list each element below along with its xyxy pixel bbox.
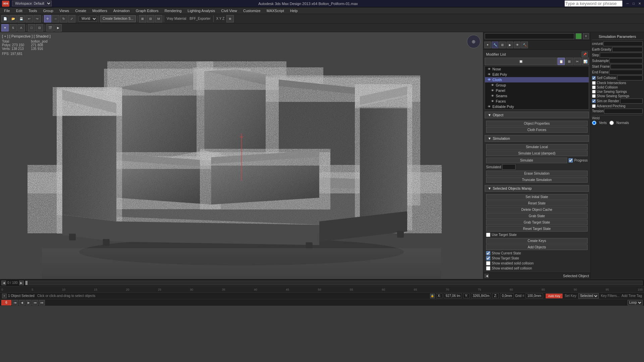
tension-input[interactable]: 1,0 — [604, 109, 643, 114]
viewport-navigate-icon[interactable]: ⊕ — [467, 35, 480, 48]
modifier-list-icon3[interactable]: ⊞ — [566, 58, 573, 65]
delete-object-cache-button[interactable]: Delete Object Cache — [486, 207, 588, 213]
modifier-pin-btn[interactable]: 📌 — [582, 52, 588, 57]
modifier-eye-group[interactable]: 👁 — [490, 83, 494, 87]
grab-target-state-button[interactable]: Grab Target State — [486, 220, 588, 225]
modifier-eye-panel[interactable]: 👁 — [490, 88, 494, 93]
sim-on-render-input[interactable]: 1 — [620, 99, 643, 104]
modifier-eye-cloth[interactable]: 👁 — [487, 78, 491, 82]
simulated-value-input[interactable]: 1 — [502, 164, 516, 170]
modifier-eye-nose[interactable]: 👁 — [487, 67, 491, 71]
use-sewing-springs-checkbox[interactable] — [592, 90, 596, 94]
modifier-eye-faces[interactable]: 👁 — [490, 99, 494, 103]
display-panel-btn[interactable]: 👁 — [514, 42, 521, 48]
open-btn[interactable]: 📂 — [9, 15, 17, 22]
sofa-3d-view[interactable] — [0, 32, 483, 279]
weld-normals-radio[interactable] — [609, 121, 614, 125]
simulate-local-button[interactable]: Simulate Local — [486, 144, 588, 150]
search-input[interactable] — [565, 0, 623, 7]
sub-object-btn[interactable]: ▼ — [1, 24, 9, 32]
add-objects-button[interactable]: Add Objects — [486, 244, 588, 250]
reset-state-button[interactable]: Reset State — [486, 200, 588, 206]
sim-on-render-checkbox[interactable] — [592, 99, 596, 103]
show-target-state-checkbox[interactable] — [486, 256, 490, 260]
selected-dropdown[interactable]: Selected — [578, 293, 599, 299]
self-collision-input[interactable]: 1 — [617, 75, 643, 80]
modifier-eye-seams[interactable]: 👁 — [490, 94, 494, 98]
solid-collision-checkbox[interactable] — [592, 85, 596, 89]
redo-btn[interactable]: ↪ — [34, 15, 41, 22]
snap-btn[interactable]: S — [9, 24, 17, 32]
show-current-state-checkbox[interactable] — [486, 251, 490, 255]
modifier-item-editable-poly[interactable]: 👁 Editable Poly — [485, 104, 589, 109]
bc-mode-dropdown[interactable]: Loop — [628, 300, 643, 305]
modifier-item-nose[interactable]: 👁 Nose — [485, 66, 589, 72]
align-btn[interactable]: ⊟ — [147, 15, 154, 22]
play-back-btn[interactable]: ◀ — [19, 300, 25, 305]
timeline-prev-btn[interactable]: ◀ — [1, 281, 6, 285]
menu-lighting[interactable]: Lighting Analysis — [185, 8, 218, 13]
menu-views[interactable]: Views — [57, 8, 72, 13]
subsample-input[interactable]: 1 — [609, 58, 643, 63]
modify-panel-btn[interactable]: 🔧 — [492, 42, 498, 48]
weld-verts-radio[interactable] — [592, 121, 596, 125]
cloth-forces-button[interactable]: Cloth Forces — [486, 127, 588, 133]
modifier-list-icon5[interactable]: 📊 — [582, 58, 589, 65]
erase-simulation-button[interactable]: Erase Simulation — [486, 171, 588, 176]
save-btn[interactable]: 💾 — [17, 15, 25, 22]
material-btn[interactable]: M — [155, 15, 162, 22]
menu-edit[interactable]: Edit — [13, 8, 25, 13]
play-next-btn[interactable]: ⏭ — [32, 300, 38, 305]
menu-maxscript[interactable]: MAXScript — [264, 8, 287, 13]
modifier-item-panel[interactable]: 👁 Panel — [485, 88, 589, 93]
timeline-track[interactable] — [25, 281, 643, 285]
maximize-button[interactable]: □ — [631, 1, 636, 6]
mirror-btn[interactable]: ⊞ — [139, 15, 146, 22]
rotate-btn[interactable]: ↻ — [60, 15, 67, 22]
utilities-panel-btn[interactable]: 🔨 — [521, 42, 528, 48]
modifier-list-icon4[interactable]: ✂ — [574, 58, 581, 65]
check-intersections-checkbox[interactable] — [592, 81, 596, 85]
menu-modifiers[interactable]: Modifiers — [90, 8, 110, 13]
modifier-item-group[interactable]: 👁 Group — [485, 82, 589, 88]
minimize-button[interactable]: ─ — [625, 1, 630, 6]
cm-unit-input[interactable]: 0,1 — [603, 41, 643, 46]
move-btn[interactable]: ↔ — [52, 15, 59, 22]
simulation-rollout-header[interactable]: ▼ Simulation — [485, 135, 589, 142]
play-btn[interactable]: ▶ — [25, 300, 32, 305]
play-prev-btn[interactable]: ⏮ — [12, 300, 18, 305]
use-target-state-checkbox[interactable] — [486, 233, 490, 237]
render-btn[interactable]: 🎬 — [46, 24, 54, 32]
hierarchy-panel-btn[interactable]: ⊞ — [499, 42, 506, 48]
menu-animation[interactable]: Animation — [111, 8, 132, 13]
menu-rendering[interactable]: Rendering — [162, 8, 184, 13]
create-panel-btn[interactable]: ✦ — [484, 42, 491, 48]
selected-objects-rollout-header[interactable]: ▼ Selected Objects Manip — [485, 185, 589, 192]
object-properties-button[interactable]: Object Properties — [486, 121, 588, 126]
reference-dropdown[interactable]: World — [78, 16, 97, 22]
simulate-local-damped-button[interactable]: Simulate Local (damped) — [486, 150, 588, 156]
object-name-input[interactable]: bolton_pod — [485, 33, 574, 39]
scale-btn[interactable]: ⤢ — [68, 15, 75, 22]
modifier-list-icon1[interactable]: 🔲 — [485, 58, 557, 65]
new-btn[interactable]: 📄 — [1, 15, 9, 22]
coord-display-btn[interactable]: ⊕ — [226, 15, 234, 22]
object-rollout-header[interactable]: ▼ Object — [485, 112, 589, 118]
workspace-selector[interactable]: Workspace: Default — [12, 1, 52, 6]
truncate-simulation-button[interactable]: Truncate Simulation — [486, 177, 588, 183]
play-end-btn[interactable]: ⏭ — [39, 300, 45, 305]
modifier-item-edit-poly[interactable]: 👁 Edit Poly — [485, 72, 589, 77]
menu-file[interactable]: File — [1, 8, 13, 13]
modifier-eye-editable-poly[interactable]: 👁 — [487, 105, 491, 109]
show-sewing-springs-checkbox[interactable] — [592, 94, 596, 98]
start-frame-input[interactable]: 0 — [610, 64, 643, 69]
select-btn[interactable]: ✛ — [44, 15, 51, 22]
timeline-next-btn[interactable]: ▶ — [19, 281, 24, 285]
frame-input[interactable] — [1, 300, 11, 305]
modifier-item-faces[interactable]: 👁 Faces — [485, 99, 589, 104]
menu-group[interactable]: Group — [40, 8, 56, 13]
motion-panel-btn[interactable]: ▶ — [506, 42, 513, 48]
lock-icon[interactable]: 🔒 — [430, 294, 435, 298]
undo-btn[interactable]: ↩ — [25, 15, 33, 22]
auto-key-button[interactable]: Auto Key — [546, 294, 563, 298]
